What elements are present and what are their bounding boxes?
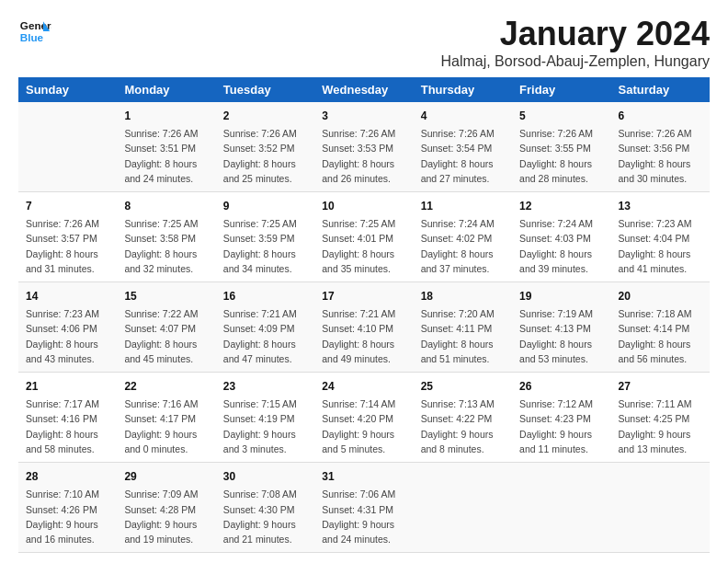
calendar-cell: 23Sunrise: 7:15 AM Sunset: 4:19 PM Dayli…	[216, 373, 314, 463]
svg-text:Blue: Blue	[20, 31, 44, 43]
calendar-cell	[414, 463, 512, 553]
day-number: 3	[322, 108, 405, 124]
calendar-cell: 30Sunrise: 7:08 AM Sunset: 4:30 PM Dayli…	[216, 463, 314, 553]
cell-content: Sunrise: 7:20 AM Sunset: 4:11 PM Dayligh…	[421, 306, 505, 366]
day-number: 25	[421, 378, 505, 395]
day-number: 5	[519, 108, 603, 124]
cell-content: Sunrise: 7:13 AM Sunset: 4:22 PM Dayligh…	[421, 396, 505, 456]
calendar-cell: 28Sunrise: 7:10 AM Sunset: 4:26 PM Dayli…	[18, 463, 117, 553]
cell-content: Sunrise: 7:26 AM Sunset: 3:55 PM Dayligh…	[519, 126, 603, 186]
main-title: January 2024	[440, 15, 710, 53]
day-number: 8	[124, 198, 208, 214]
day-number: 1	[124, 108, 208, 124]
calendar-cell: 19Sunrise: 7:19 AM Sunset: 4:13 PM Dayli…	[512, 282, 610, 373]
cell-content: Sunrise: 7:16 AM Sunset: 4:17 PM Dayligh…	[124, 396, 208, 456]
week-row-5: 28Sunrise: 7:10 AM Sunset: 4:26 PM Dayli…	[18, 463, 710, 553]
calendar-cell: 17Sunrise: 7:21 AM Sunset: 4:10 PM Dayli…	[314, 282, 413, 373]
cell-content: Sunrise: 7:11 AM Sunset: 4:25 PM Dayligh…	[619, 396, 702, 456]
day-number: 20	[619, 288, 702, 304]
cell-content: Sunrise: 7:26 AM Sunset: 3:53 PM Dayligh…	[322, 126, 405, 186]
day-number: 7	[26, 198, 109, 214]
calendar-cell: 24Sunrise: 7:14 AM Sunset: 4:20 PM Dayli…	[314, 373, 413, 463]
day-number: 18	[421, 288, 505, 304]
day-number: 4	[421, 108, 505, 124]
calendar-cell	[18, 102, 117, 192]
day-number: 19	[519, 288, 603, 304]
cell-content: Sunrise: 7:26 AM Sunset: 3:52 PM Dayligh…	[223, 126, 307, 186]
calendar-cell: 16Sunrise: 7:21 AM Sunset: 4:09 PM Dayli…	[216, 282, 314, 373]
day-number: 16	[223, 288, 307, 304]
logo-icon: General Blue	[18, 15, 51, 48]
calendar-cell	[512, 463, 610, 553]
day-number: 28	[26, 468, 109, 485]
day-number: 29	[124, 468, 208, 485]
calendar-cell: 8Sunrise: 7:25 AM Sunset: 3:58 PM Daylig…	[117, 192, 215, 282]
cell-content: Sunrise: 7:19 AM Sunset: 4:13 PM Dayligh…	[519, 306, 603, 366]
calendar-cell: 26Sunrise: 7:12 AM Sunset: 4:23 PM Dayli…	[512, 373, 610, 463]
calendar-header-row: SundayMondayTuesdayWednesdayThursdayFrid…	[18, 77, 710, 102]
cell-content: Sunrise: 7:18 AM Sunset: 4:14 PM Dayligh…	[619, 306, 702, 366]
day-number: 17	[322, 288, 405, 304]
calendar-cell: 1Sunrise: 7:26 AM Sunset: 3:51 PM Daylig…	[117, 102, 215, 192]
cell-content: Sunrise: 7:23 AM Sunset: 4:04 PM Dayligh…	[619, 216, 702, 276]
title-area: January 2024 Halmaj, Borsod-Abauj-Zemple…	[440, 15, 710, 70]
day-number: 10	[322, 198, 405, 214]
cell-content: Sunrise: 7:21 AM Sunset: 4:10 PM Dayligh…	[322, 306, 405, 366]
calendar-cell: 15Sunrise: 7:22 AM Sunset: 4:07 PM Dayli…	[117, 282, 215, 373]
calendar-table: SundayMondayTuesdayWednesdayThursdayFrid…	[18, 77, 710, 553]
cell-content: Sunrise: 7:21 AM Sunset: 4:09 PM Dayligh…	[223, 306, 307, 366]
week-row-4: 21Sunrise: 7:17 AM Sunset: 4:16 PM Dayli…	[18, 373, 710, 463]
calendar-cell: 3Sunrise: 7:26 AM Sunset: 3:53 PM Daylig…	[314, 102, 413, 192]
cell-content: Sunrise: 7:17 AM Sunset: 4:16 PM Dayligh…	[26, 396, 109, 456]
column-header-sunday: Sunday	[18, 77, 117, 102]
day-number: 26	[519, 378, 603, 395]
cell-content: Sunrise: 7:24 AM Sunset: 4:03 PM Dayligh…	[519, 216, 603, 276]
cell-content: Sunrise: 7:26 AM Sunset: 3:57 PM Dayligh…	[26, 216, 109, 276]
cell-content: Sunrise: 7:09 AM Sunset: 4:28 PM Dayligh…	[124, 487, 208, 546]
calendar-cell: 5Sunrise: 7:26 AM Sunset: 3:55 PM Daylig…	[512, 102, 610, 192]
calendar-cell: 29Sunrise: 7:09 AM Sunset: 4:28 PM Dayli…	[117, 463, 215, 553]
day-number: 9	[223, 198, 307, 214]
column-header-thursday: Thursday	[414, 77, 512, 102]
week-row-2: 7Sunrise: 7:26 AM Sunset: 3:57 PM Daylig…	[18, 192, 710, 282]
cell-content: Sunrise: 7:26 AM Sunset: 3:54 PM Dayligh…	[421, 126, 505, 186]
cell-content: Sunrise: 7:06 AM Sunset: 4:31 PM Dayligh…	[322, 487, 405, 546]
calendar-cell: 9Sunrise: 7:25 AM Sunset: 3:59 PM Daylig…	[216, 192, 314, 282]
cell-content: Sunrise: 7:14 AM Sunset: 4:20 PM Dayligh…	[322, 396, 405, 456]
subtitle: Halmaj, Borsod-Abauj-Zemplen, Hungary	[440, 53, 710, 70]
calendar-cell: 21Sunrise: 7:17 AM Sunset: 4:16 PM Dayli…	[18, 373, 117, 463]
header: General Blue January 2024 Halmaj, Borsod…	[18, 15, 710, 70]
cell-content: Sunrise: 7:23 AM Sunset: 4:06 PM Dayligh…	[26, 306, 109, 366]
day-number: 15	[124, 288, 208, 304]
calendar-cell: 27Sunrise: 7:11 AM Sunset: 4:25 PM Dayli…	[611, 373, 710, 463]
day-number: 31	[322, 468, 405, 485]
calendar-cell	[611, 463, 710, 553]
logo: General Blue	[18, 15, 51, 48]
day-number: 22	[124, 378, 208, 395]
day-number: 12	[519, 198, 603, 214]
day-number: 11	[421, 198, 505, 214]
cell-content: Sunrise: 7:26 AM Sunset: 3:51 PM Dayligh…	[124, 126, 208, 186]
day-number: 2	[223, 108, 307, 124]
column-header-wednesday: Wednesday	[314, 77, 413, 102]
day-number: 23	[223, 378, 307, 395]
cell-content: Sunrise: 7:25 AM Sunset: 3:58 PM Dayligh…	[124, 216, 208, 276]
day-number: 24	[322, 378, 405, 395]
day-number: 30	[223, 468, 307, 485]
cell-content: Sunrise: 7:08 AM Sunset: 4:30 PM Dayligh…	[223, 487, 307, 546]
week-row-3: 14Sunrise: 7:23 AM Sunset: 4:06 PM Dayli…	[18, 282, 710, 373]
cell-content: Sunrise: 7:25 AM Sunset: 3:59 PM Dayligh…	[223, 216, 307, 276]
calendar-cell: 11Sunrise: 7:24 AM Sunset: 4:02 PM Dayli…	[414, 192, 512, 282]
calendar-cell: 10Sunrise: 7:25 AM Sunset: 4:01 PM Dayli…	[314, 192, 413, 282]
column-header-tuesday: Tuesday	[216, 77, 314, 102]
day-number: 27	[619, 378, 702, 395]
column-header-saturday: Saturday	[611, 77, 710, 102]
column-header-friday: Friday	[512, 77, 610, 102]
calendar-cell: 20Sunrise: 7:18 AM Sunset: 4:14 PM Dayli…	[611, 282, 710, 373]
cell-content: Sunrise: 7:25 AM Sunset: 4:01 PM Dayligh…	[322, 216, 405, 276]
cell-content: Sunrise: 7:12 AM Sunset: 4:23 PM Dayligh…	[519, 396, 603, 456]
calendar-cell: 31Sunrise: 7:06 AM Sunset: 4:31 PM Dayli…	[314, 463, 413, 553]
calendar-cell: 14Sunrise: 7:23 AM Sunset: 4:06 PM Dayli…	[18, 282, 117, 373]
day-number: 13	[619, 198, 702, 214]
calendar-cell: 25Sunrise: 7:13 AM Sunset: 4:22 PM Dayli…	[414, 373, 512, 463]
